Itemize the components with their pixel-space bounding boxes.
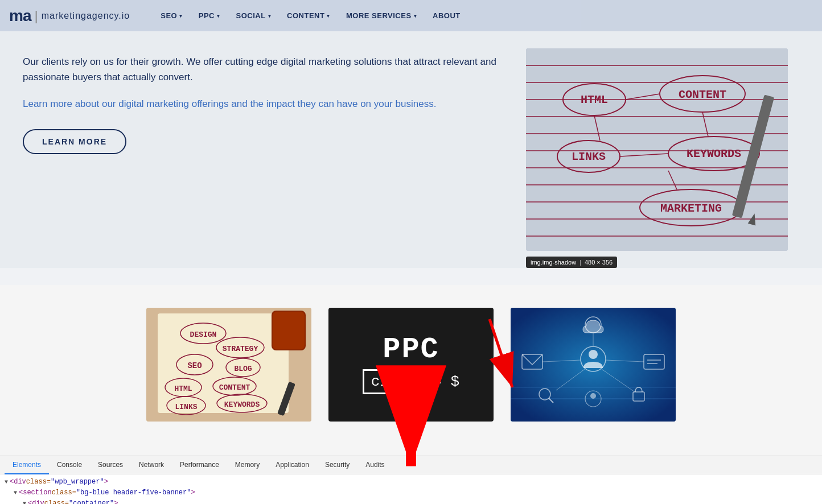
tab-sources[interactable]: Sources — [90, 456, 131, 474]
sketch-image: HTML CONTENT LINKS KEYWORDS MARKETING — [526, 48, 788, 251]
tab-console[interactable]: Console — [49, 456, 90, 474]
triangle-icon: ▼ — [23, 499, 26, 504]
svg-point-56 — [589, 350, 598, 359]
hero-image: HTML CONTENT LINKS KEYWORDS MARKETING — [526, 48, 788, 251]
svg-text:MARKETING: MARKETING — [660, 202, 722, 215]
code-line-1: ▼ <div class="wpb_wrapper" > — [0, 477, 822, 488]
tooltip-size: 480 × 356 — [585, 259, 613, 266]
svg-text:KEYWORDS: KEYWORDS — [687, 147, 741, 160]
svg-text:HTML: HTML — [581, 93, 608, 106]
nav-item-content[interactable]: CONTENT ▾ — [279, 0, 338, 31]
hero-text-column: Our clients rely on us for their growth.… — [23, 48, 503, 154]
hero-paragraph-2: Learn more about our digital marketing o… — [23, 96, 503, 111]
svg-text:KEYWORDS: KEYWORDS — [224, 400, 260, 409]
tab-console-label: Console — [57, 461, 82, 469]
social-network-image — [511, 308, 676, 422]
tab-network-label: Network — [139, 461, 164, 469]
chevron-down-icon: ▾ — [414, 13, 417, 19]
chevron-down-icon: ▾ — [268, 13, 272, 19]
tab-application-label: Application — [276, 461, 309, 469]
tab-audits[interactable]: Audits — [357, 456, 392, 474]
nav-label-about: ABOUT — [433, 11, 461, 20]
svg-text:STRATEGY: STRATEGY — [223, 345, 258, 353]
nav-label-ppc: PPC — [199, 11, 215, 20]
code-line-3: ▼ <div class="container" > — [0, 498, 822, 504]
logo-text: marketingagency.io — [42, 11, 130, 21]
tab-audits-label: Audits — [365, 461, 384, 469]
nav-item-social[interactable]: SOCIAL ▾ — [228, 0, 279, 31]
svg-text:BLOG: BLOG — [234, 365, 252, 373]
image-tooltip: img.img-shadow | 480 × 356 — [526, 257, 617, 268]
svg-rect-0 — [526, 48, 788, 251]
svg-text:LINKS: LINKS — [572, 150, 606, 163]
hero-text-link: Learn more about our digital marketing o… — [23, 98, 436, 109]
code-line-2: ▼ <section class="bg-blue header-five-ba… — [0, 488, 822, 498]
logo-separator: | — [34, 8, 38, 24]
gallery-image-ppc: PPC click = $ — [328, 308, 494, 422]
devtools-tab-bar: Elements Console Sources Network Perform… — [0, 456, 822, 474]
svg-text:LINKS: LINKS — [175, 403, 197, 411]
gallery-image-seo: DESIGN STRATEGY SEO BLOG HTML CONTENT LI… — [146, 308, 311, 422]
tab-memory[interactable]: Memory — [227, 456, 268, 474]
chevron-down-icon: ▾ — [179, 13, 183, 19]
devtools-code-view[interactable]: ▼ <div class="wpb_wrapper" > ▼ <section … — [0, 474, 822, 504]
ppc-equals: = $ — [433, 373, 459, 390]
tab-memory-label: Memory — [235, 461, 260, 469]
nav-links: SEO ▾ PPC ▾ SOCIAL ▾ CONTENT ▾ MORE SERV… — [153, 0, 468, 31]
ppc-formula: click = $ — [363, 369, 459, 394]
nav-label-seo: SEO — [161, 11, 177, 20]
chevron-down-icon: ▾ — [217, 13, 220, 19]
hero-section: Our clients rely on us for their growth.… — [0, 31, 822, 268]
tab-application[interactable]: Application — [268, 456, 317, 474]
tab-elements-label: Elements — [13, 461, 41, 469]
gallery-section: DESIGN STRATEGY SEO BLOG HTML CONTENT LI… — [0, 285, 822, 456]
tab-network[interactable]: Network — [131, 456, 172, 474]
hero-image-inner: HTML CONTENT LINKS KEYWORDS MARKETING — [526, 48, 788, 251]
chevron-down-icon: ▾ — [327, 13, 330, 19]
svg-text:DESIGN: DESIGN — [190, 331, 217, 339]
svg-text:CONTENT: CONTENT — [679, 88, 726, 101]
ppc-title: PPC — [363, 335, 459, 365]
learn-more-button[interactable]: LEARN MORE — [23, 129, 126, 154]
nav-item-seo[interactable]: SEO ▾ — [153, 0, 190, 31]
tab-security-label: Security — [325, 461, 350, 469]
svg-text:SEO: SEO — [187, 361, 202, 370]
nav-label-content: CONTENT — [287, 11, 324, 20]
tooltip-class: img.img-shadow — [531, 259, 576, 266]
svg-text:CONTENT: CONTENT — [219, 383, 250, 392]
gallery-sketch-seo: DESIGN STRATEGY SEO BLOG HTML CONTENT LI… — [146, 308, 311, 422]
nav-item-more-services[interactable]: MORE SERVICES ▾ — [338, 0, 425, 31]
nav-item-about[interactable]: ABOUT — [425, 0, 468, 31]
hero-image-column: HTML CONTENT LINKS KEYWORDS MARKETING — [526, 48, 799, 251]
tab-performance-label: Performance — [180, 461, 219, 469]
gallery-image-social — [511, 308, 676, 422]
triangle-icon: ▼ — [5, 478, 8, 487]
svg-point-71 — [590, 393, 596, 399]
devtools-panel: Elements Console Sources Network Perform… — [0, 456, 822, 504]
nav-logo[interactable]: ma | marketingagency.io — [9, 7, 130, 25]
ppc-click-box: click — [363, 369, 424, 394]
tab-performance[interactable]: Performance — [172, 456, 227, 474]
tab-elements[interactable]: Elements — [5, 456, 49, 474]
nav-bar: ma | marketingagency.io SEO ▾ PPC ▾ SOCI… — [0, 0, 822, 31]
nav-label-social: SOCIAL — [236, 11, 265, 20]
nav-item-ppc[interactable]: PPC ▾ — [191, 0, 228, 31]
hero-paragraph-1: Our clients rely on us for their growth.… — [23, 54, 503, 85]
triangle-icon: ▼ — [14, 489, 17, 498]
svg-text:HTML: HTML — [174, 385, 192, 393]
tab-security[interactable]: Security — [317, 456, 357, 474]
ppc-content: PPC click = $ — [363, 335, 459, 394]
logo-ma: ma — [9, 7, 31, 25]
svg-rect-32 — [273, 312, 305, 349]
tab-sources-label: Sources — [98, 461, 123, 469]
nav-label-more-services: MORE SERVICES — [346, 11, 412, 20]
